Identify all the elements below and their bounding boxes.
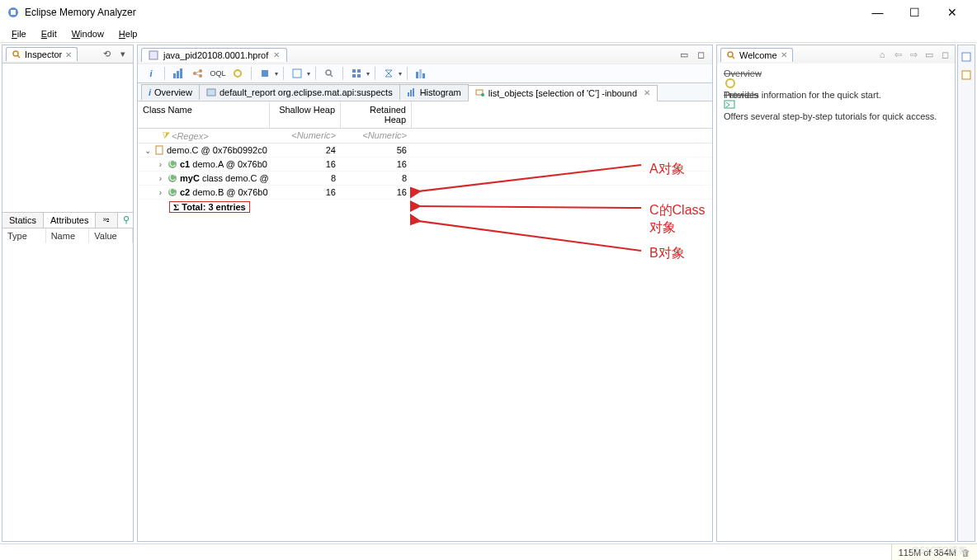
calculate-icon[interactable] — [380, 66, 397, 81]
close-icon[interactable]: ✕ — [273, 50, 280, 59]
tree-row[interactable]: ⌄demo.C @ 0x76b0992c02456 — [138, 144, 712, 158]
minimize-view-icon[interactable]: ▭ — [677, 48, 691, 61]
run-icon[interactable] — [257, 66, 273, 81]
col-value: Value — [89, 228, 133, 243]
tutorials-desc: Offers several step-by-step tutorials fo… — [724, 111, 948, 121]
back-icon[interactable]: ⇦ — [891, 48, 904, 61]
svg-rect-5 — [173, 73, 176, 78]
tab-overview[interactable]: iOverview — [141, 84, 200, 100]
menu-edit[interactable]: Edit — [35, 27, 64, 40]
header-classname[interactable]: Class Name — [138, 101, 270, 128]
menubar: File Edit Window Help — [0, 25, 977, 43]
svg-rect-27 — [410, 90, 412, 96]
header-shallow[interactable]: Shallow Heap — [270, 101, 341, 128]
file-tab[interactable]: java_pid20108.0001.hprof ✕ — [141, 48, 287, 62]
overview-link[interactable]: Overview — [724, 68, 948, 78]
svg-rect-22 — [416, 72, 418, 78]
overview-icon — [724, 78, 737, 90]
report-icon — [206, 88, 216, 96]
expander-icon[interactable]: › — [156, 188, 165, 197]
app-title: Eclipse Memory Analyzer — [25, 7, 859, 18]
notes-icon[interactable] — [960, 68, 973, 82]
maximize-icon[interactable]: ◻ — [938, 48, 951, 61]
svg-rect-28 — [413, 88, 414, 96]
total-row: Σ Total: 3 entries — [138, 200, 712, 214]
svg-rect-20 — [352, 74, 356, 78]
row-label: demo.C @ 0x76b0992c0 — [167, 145, 267, 155]
expander-icon[interactable]: › — [156, 174, 165, 183]
welcome-tab[interactable]: Welcome ✕ — [720, 48, 793, 62]
cheatsheet-icon[interactable] — [960, 50, 973, 64]
header-retained[interactable]: Retained Heap — [341, 101, 412, 128]
query-icon[interactable] — [289, 66, 305, 81]
row-label: myC class demo.C @ — [180, 173, 269, 183]
more-tab[interactable]: »₂ — [96, 213, 117, 228]
filter-row[interactable]: ⧩<Regex> <Numeric> <Numeric> — [138, 129, 712, 144]
compare-icon[interactable] — [413, 66, 429, 81]
tab-list-objects[interactable]: list_objects [selection of 'C'] -inbound… — [468, 85, 658, 101]
svg-rect-4 — [149, 51, 158, 59]
svg-rect-45 — [962, 53, 970, 61]
menu-help[interactable]: Help — [112, 27, 144, 40]
inspector-pane: Inspector ✕ ⟲ ▾ Statics Attributes »₂ ⚲ … — [2, 45, 134, 542]
group-icon[interactable] — [348, 66, 365, 81]
expander-icon[interactable]: › — [156, 160, 165, 169]
menu-window[interactable]: Window — [65, 27, 111, 40]
svg-rect-14 — [262, 70, 268, 77]
side-toolbar — [957, 45, 975, 542]
histogram-icon — [407, 88, 417, 96]
list-icon — [475, 89, 485, 97]
hprof-icon — [149, 50, 158, 60]
forward-icon[interactable]: ⇨ — [907, 48, 920, 61]
svg-rect-19 — [357, 69, 361, 73]
minimize-button[interactable]: ― — [859, 1, 896, 24]
svg-line-17 — [330, 74, 333, 77]
svg-rect-15 — [293, 69, 301, 78]
attributes-tab[interactable]: Attributes — [44, 213, 96, 228]
row-label: c2 demo.B @ 0x76b0 — [180, 187, 268, 197]
col-type: Type — [2, 228, 46, 243]
maximize-view-icon[interactable]: ◻ — [694, 48, 707, 61]
tab-histogram[interactable]: Histogram — [399, 84, 469, 100]
svg-rect-23 — [419, 69, 422, 78]
close-icon[interactable]: ✕ — [781, 50, 787, 59]
expander-icon[interactable]: ⌄ — [143, 146, 152, 155]
close-icon[interactable]: ✕ — [644, 88, 650, 97]
class-icon: C — [167, 158, 178, 170]
editor-pane: java_pid20108.0001.hprof ✕ ▭ ◻ i OQL ▾ ▾… — [137, 45, 713, 542]
link-icon[interactable]: ⟲ — [100, 48, 113, 61]
threads-icon[interactable] — [229, 66, 246, 81]
menu-icon[interactable]: ▾ — [116, 48, 130, 61]
svg-rect-46 — [962, 71, 970, 79]
close-icon[interactable]: ✕ — [65, 50, 72, 59]
pin-icon[interactable]: ⚲ — [120, 213, 133, 226]
home-icon[interactable]: ⌂ — [876, 48, 889, 61]
find-icon[interactable] — [321, 66, 337, 81]
app-icon — [7, 6, 20, 19]
svg-text:C: C — [169, 159, 176, 168]
inspector-tab-label: Inspector — [25, 49, 62, 59]
menu-file[interactable]: File — [5, 27, 33, 40]
svg-line-3 — [17, 55, 20, 58]
oql-icon[interactable]: OQL — [210, 66, 226, 81]
tree-row[interactable]: ›Cc1 demo.A @ 0x76b01616 — [138, 158, 712, 172]
statics-tab[interactable]: Statics — [2, 213, 44, 228]
info-icon[interactable]: i — [143, 66, 159, 81]
histogram-icon[interactable] — [170, 66, 186, 81]
tree-row[interactable]: ›Cc2 demo.B @ 0x76b01616 — [138, 186, 712, 200]
tree-row[interactable]: ›CmyC class demo.C @88 — [138, 172, 712, 186]
svg-rect-26 — [408, 92, 409, 96]
minimize-icon[interactable]: ▭ — [923, 48, 936, 61]
tree-header: Class Name Shallow Heap Retained Heap — [138, 101, 712, 129]
close-button[interactable]: ✕ — [933, 1, 970, 24]
titlebar: Eclipse Memory Analyzer ― ☐ ✕ — [0, 0, 977, 25]
svg-rect-1 — [11, 10, 16, 15]
sigma-icon: Σ — [173, 202, 179, 212]
inspector-tab[interactable]: Inspector ✕ — [6, 47, 78, 61]
tab-default-report[interactable]: default_report org.eclipse.mat.api:suspe… — [199, 84, 400, 100]
maximize-button[interactable]: ☐ — [896, 1, 933, 24]
dominator-icon[interactable] — [190, 66, 206, 81]
file-tab-label: java_pid20108.0001.hprof — [163, 50, 268, 60]
inner-tabs: iOverview default_report org.eclipse.mat… — [138, 83, 712, 101]
svg-rect-24 — [422, 73, 425, 78]
